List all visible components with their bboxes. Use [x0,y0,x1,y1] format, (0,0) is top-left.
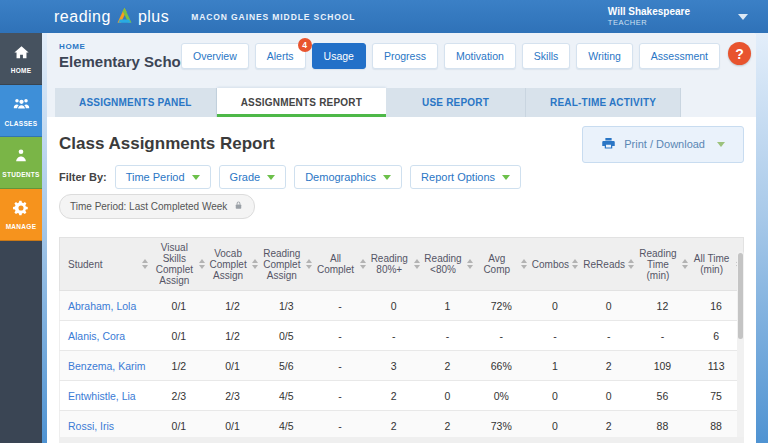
subtab-real-time-activity[interactable]: REAL-TIME ACTIVITY [526,88,681,117]
column-header-reading-time-min-[interactable]: Reading Time (min) [636,238,690,290]
reading-plus-logo[interactable]: reading plus [54,6,169,27]
table-cell: 5/6 [259,351,313,380]
sidebar-item-home[interactable]: HOME [0,33,42,85]
help-button[interactable]: ? [728,42,751,65]
sort-icon [199,259,205,269]
filter-dropdown-grade[interactable]: Grade [219,165,287,189]
table-cell: 2 [421,411,475,440]
table-row: Abraham, Lola0/11/21/3-0172%001216 [59,291,744,321]
table-cell: 66% [474,351,528,380]
sidebar-item-classes[interactable]: CLASSES [0,85,42,137]
table-cell: 0 [528,411,582,440]
table-cell: 113 [689,351,743,380]
active-filter-tag-label: Time Period: Last Completed Week [70,201,227,212]
table-row: Entwhistle, Lia2/32/34/5-200%005675 [59,381,744,411]
nav-tab-usage[interactable]: Usage [312,43,366,69]
table-cell: 1/3 [259,291,313,320]
student-link[interactable]: Abraham, Lola [60,291,152,320]
table-cell: 0 [421,381,475,410]
column-header-reading-complet-assign[interactable]: Reading Complet Assign [259,238,313,290]
nav-tab-progress[interactable]: Progress [372,43,438,69]
table-cell: 0/1 [206,351,260,380]
report-subtabs: ASSIGNMENTS PANELASSIGNMENTS REPORTUSE R… [55,88,681,117]
column-header-avg-comp[interactable]: Avg Comp [474,238,528,290]
table-cell: 0/1 [152,291,206,320]
print-download-label: Print / Download [624,138,705,150]
sort-icon [572,259,578,269]
column-header-student[interactable]: Student [60,238,152,290]
subtab-assignments-panel[interactable]: ASSIGNMENTS PANEL [55,88,217,117]
table-scrollbar[interactable] [737,251,744,443]
table-cell: 88 [689,411,743,440]
assignments-table: Student Visual Skills Complet Assign Voc… [59,237,744,441]
table-cell: 2 [367,381,421,410]
sort-icon [360,259,366,269]
user-menu[interactable]: Will Shakespeare TEACHER [608,0,748,33]
active-filter-tag[interactable]: Time Period: Last Completed Week [59,194,255,219]
table-cell: 16 [689,291,743,320]
user-name: Will Shakespeare [608,6,690,18]
column-header-reading-80-[interactable]: Reading 80%+ [367,238,421,290]
table-cell: 72% [474,291,528,320]
sidebar-item-students[interactable]: STUDENTS [0,137,42,189]
nav-tab-assessment[interactable]: Assessment [639,43,720,69]
nav-tab-skills[interactable]: Skills [522,43,571,69]
nav-tab-alerts[interactable]: Alerts4 [255,43,306,69]
lock-icon [233,200,244,213]
column-header-visual-skills-complet-assign[interactable]: Visual Skills Complet Assign [152,238,206,290]
table-cell: 4/5 [259,381,313,410]
table-cell: 1/2 [206,291,260,320]
nav-tab-writing[interactable]: Writing [576,43,632,69]
filter-dropdown-report-options[interactable]: Report Options [410,165,521,189]
scrollbar-thumb[interactable] [738,253,743,339]
table-cell: 73% [474,411,528,440]
content-card: HOME Elementary School Class OverviewAle… [47,33,756,443]
filter-dropdown-demographics[interactable]: Demographics [294,165,402,189]
table-cell: - [421,321,475,350]
logo-word-plus: plus [138,8,169,26]
table-cell: 0/1 [152,411,206,440]
column-header-reading-80-[interactable]: Reading <80% [421,238,475,290]
filter-dropdown-time-period[interactable]: Time Period [115,165,211,189]
chevron-down-icon [717,142,725,147]
sort-icon [682,259,688,269]
chevron-down-icon [192,175,200,180]
table-cell: 3 [367,351,421,380]
column-header-all-complet[interactable]: All Complet [313,238,367,290]
table-cell: 109 [636,351,690,380]
sidebar: HOME CLASSES STUDENTS MANAGE [0,33,42,443]
sidebar-item-manage[interactable]: MANAGE [0,189,42,241]
table-cell: 0/1 [152,321,206,350]
table-cell: - [528,321,582,350]
sort-icon [414,259,420,269]
sort-icon [252,259,258,269]
column-header-combos[interactable]: Combos [528,238,582,290]
column-header-vocab-complet-assign[interactable]: Vocab Complet Assign [206,238,260,290]
sort-icon [521,259,527,269]
nav-tab-overview[interactable]: Overview [181,43,249,69]
chevron-down-icon [738,14,748,20]
logo-word-reading: reading [54,8,111,26]
table-cell: 0/5 [259,321,313,350]
student-link[interactable]: Alanis, Cora [60,321,152,350]
column-header-rereads[interactable]: ReReads [582,238,636,290]
table-row: Alanis, Cora0/11/20/5-------6 [59,321,744,351]
filter-bar: Filter By: Time Period Grade Demographic… [59,163,744,191]
table-cell: 88 [636,411,690,440]
subtab-assignments-report[interactable]: ASSIGNMENTS REPORT [217,88,386,117]
student-link[interactable]: Rossi, Iris [60,411,152,440]
sort-icon [628,259,634,269]
top-bar: reading plus MACON GAINES MIDDLE SCHOOL … [0,0,768,33]
report-nav: OverviewAlerts4UsageProgressMotivationSk… [175,43,720,69]
nav-tab-motivation[interactable]: Motivation [444,43,516,69]
table-cell: 0% [474,381,528,410]
subtab-use-report[interactable]: USE REPORT [386,88,526,117]
column-header-all-time-min-[interactable]: All Time (min) [689,238,743,290]
table-cell: 1/2 [206,321,260,350]
print-download-button[interactable]: Print / Download [582,126,744,163]
table-cell: 2 [582,411,636,440]
table-cell: 1 [528,351,582,380]
student-link[interactable]: Entwhistle, Lia [60,381,152,410]
student-link[interactable]: Benzema, Karim [60,351,152,380]
table-cell: 0 [528,381,582,410]
